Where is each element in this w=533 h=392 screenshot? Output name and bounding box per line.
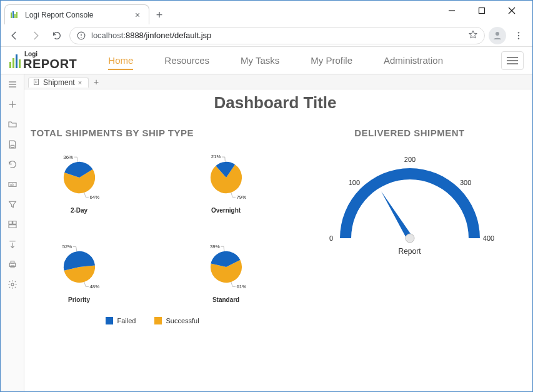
dashboard-canvas: D Shipment × + Dashboard Title TOTAL SHI…: [24, 74, 532, 391]
export-icon[interactable]: [6, 238, 19, 251]
legend-successful-label: Successful: [166, 317, 199, 324]
favicon-icon: [10, 10, 20, 20]
document-tab[interactable]: D Shipment ×: [28, 78, 89, 88]
browser-tabstrip: Logi Report Console × +: [1, 1, 168, 24]
nav-my-tasks[interactable]: My Tasks: [241, 47, 279, 74]
nav-my-profile[interactable]: My Profile: [311, 47, 352, 74]
pie-chart-overnight: 21%79%Overnight: [177, 149, 274, 214]
main-nav: Home Resources My Tasks My Profile Admin…: [108, 47, 443, 74]
nav-home[interactable]: Home: [108, 47, 133, 74]
svg-rect-0: [11, 13, 12, 18]
save-icon[interactable]: [6, 138, 19, 151]
add-document-button[interactable]: +: [89, 77, 104, 87]
svg-marker-45: [381, 191, 412, 240]
folder-icon[interactable]: [6, 118, 19, 131]
svg-rect-27: [11, 261, 14, 263]
print-icon[interactable]: [6, 258, 19, 271]
pie-title: Priority: [68, 296, 90, 303]
body-area: ab D Shipment × + Dashboard Title TOTAL …: [1, 74, 532, 391]
document-tab-close-icon[interactable]: ×: [78, 79, 82, 86]
svg-text:48%: 48%: [89, 284, 99, 289]
refresh-icon[interactable]: [6, 158, 19, 171]
app-header: Logi REPORT Home Resources My Tasks My P…: [1, 47, 532, 74]
svg-rect-2: [14, 14, 16, 18]
svg-text:D: D: [35, 80, 37, 84]
logo-bars-icon: [9, 53, 21, 68]
gauge-chart: 0100200300400 Report: [299, 151, 520, 256]
legend: Failed Successful: [31, 317, 274, 324]
svg-rect-23: [9, 221, 12, 224]
browser-tab[interactable]: Logi Report Console ×: [4, 4, 149, 24]
bookmark-icon[interactable]: [468, 29, 478, 41]
svg-text:100: 100: [348, 179, 359, 186]
legend-failed-label: Failed: [117, 317, 136, 324]
pie-title: Overnight: [211, 207, 241, 214]
url-text: localhost:8888/jinfonet/default.jsp: [91, 31, 211, 40]
back-button[interactable]: [6, 27, 23, 44]
svg-rect-3: [16, 12, 17, 18]
svg-rect-24: [12, 221, 16, 224]
new-tab-button[interactable]: +: [151, 6, 168, 24]
svg-text:39%: 39%: [210, 244, 220, 249]
svg-point-13: [518, 34, 519, 36]
svg-point-11: [496, 32, 499, 36]
browser-window: Logi Report Console × + localhost:8888/j…: [0, 0, 533, 392]
svg-text:21%: 21%: [211, 154, 221, 159]
svg-text:200: 200: [404, 156, 415, 163]
filter-icon[interactable]: [6, 198, 19, 211]
forward-button[interactable]: [27, 27, 44, 44]
maximize-button[interactable]: [474, 3, 490, 19]
pie-chart-2-day: 36%64%2-Day: [31, 149, 127, 214]
svg-point-46: [406, 234, 414, 243]
list-view-icon[interactable]: [6, 78, 19, 91]
url-bar: localhost:8888/jinfonet/default.jsp: [1, 24, 532, 47]
browser-menu-button[interactable]: [510, 27, 527, 44]
shipments-panel: TOTAL SHIPMENTS BY SHIP TYPE 36%64%2-Day…: [31, 128, 274, 324]
svg-text:64%: 64%: [89, 194, 99, 200]
svg-point-12: [518, 32, 519, 33]
tab-close-icon[interactable]: ×: [132, 10, 142, 20]
delivered-panel: DELIVERED SHIPMENT 0100200300400 Report: [299, 128, 520, 324]
svg-text:36%: 36%: [63, 154, 73, 160]
pie-title: 2-Day: [71, 207, 87, 214]
shipments-panel-title: TOTAL SHIPMENTS BY SHIP TYPE: [31, 128, 274, 138]
plus-icon[interactable]: [6, 98, 19, 111]
document-icon: D: [32, 78, 40, 88]
svg-rect-1: [12, 11, 14, 18]
pie-chart-priority: 52%48%Priority: [31, 239, 127, 303]
app-logo[interactable]: Logi REPORT: [9, 51, 77, 70]
svg-rect-26: [9, 263, 15, 266]
svg-point-14: [518, 38, 519, 39]
close-window-button[interactable]: [504, 3, 520, 19]
document-tab-row: D Shipment × +: [24, 74, 532, 89]
svg-text:61%: 61%: [236, 284, 246, 289]
nav-resources[interactable]: Resources: [164, 47, 209, 74]
legend-failed: Failed: [106, 317, 136, 324]
dashboard-title: Dashboard Title: [31, 93, 520, 113]
dashboard-grid: TOTAL SHIPMENTS BY SHIP TYPE 36%64%2-Day…: [31, 128, 520, 324]
gauge-caption: Report: [399, 247, 421, 256]
svg-text:ab: ab: [10, 183, 14, 186]
profile-button[interactable]: [489, 27, 506, 44]
svg-text:79%: 79%: [236, 194, 246, 200]
nav-administration[interactable]: Administration: [384, 47, 443, 74]
titlebar: Logi Report Console × +: [1, 1, 532, 24]
layout-icon[interactable]: [6, 218, 19, 231]
svg-text:300: 300: [459, 179, 471, 186]
address-bar[interactable]: localhost:8888/jinfonet/default.jsp: [69, 27, 485, 44]
settings-icon[interactable]: [6, 278, 19, 291]
document-tab-label: Shipment: [43, 78, 75, 87]
svg-rect-20: [11, 145, 14, 147]
reload-button[interactable]: [48, 27, 66, 44]
svg-text:52%: 52%: [62, 244, 72, 249]
pie-title: Standard: [212, 296, 239, 303]
browser-tab-title: Logi Report Console: [25, 11, 127, 19]
pie-chart-standard: 39%61%Standard: [177, 239, 274, 303]
minimize-button[interactable]: [444, 3, 460, 19]
site-info-icon[interactable]: [76, 31, 86, 41]
window-controls: [444, 1, 532, 19]
pie-charts-grid: 36%64%2-Day21%79%Overnight52%48%Priority…: [31, 149, 274, 303]
text-field-icon[interactable]: ab: [6, 178, 19, 191]
legend-successful: Successful: [154, 317, 199, 324]
hamburger-button[interactable]: [501, 51, 524, 70]
